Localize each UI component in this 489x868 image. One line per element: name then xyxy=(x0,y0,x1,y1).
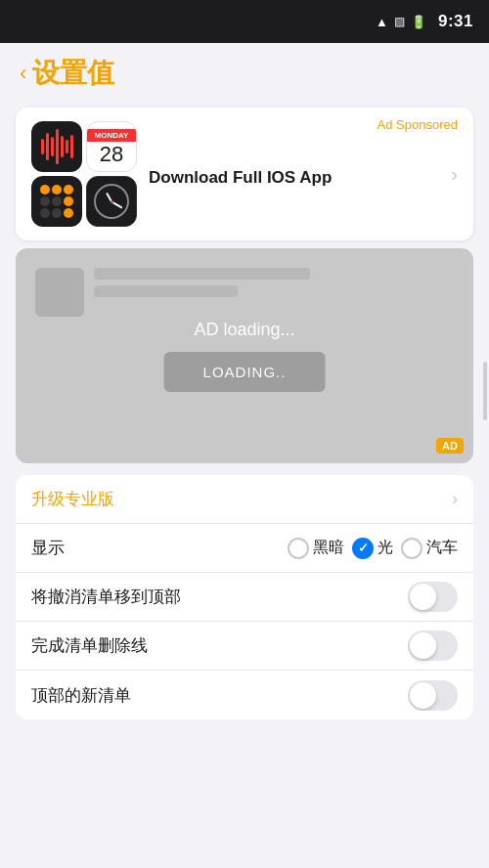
display-row[interactable]: 显示 黑暗 光 汽车 xyxy=(16,524,473,573)
calc-btn xyxy=(40,185,50,195)
app-icon-clock xyxy=(86,176,137,227)
status-bar: ▲ ▨ 🔋 9:31 xyxy=(0,0,489,43)
signal-icon: ▨ xyxy=(394,15,405,28)
upgrade-label: 升级专业版 xyxy=(31,488,452,510)
toggle-knob xyxy=(410,584,436,610)
calc-btn xyxy=(52,208,62,218)
ad-card[interactable]: Ad Sponsored Monday 28 xyxy=(16,108,473,240)
row-new-list-top[interactable]: 顶部的新清单 xyxy=(16,671,473,719)
wbar xyxy=(46,133,49,160)
calc-btn xyxy=(52,185,62,195)
app-icon-calculator xyxy=(31,176,82,227)
upgrade-row[interactable]: 升级专业版 › xyxy=(16,475,473,524)
scroll-indicator xyxy=(483,362,487,420)
waveform-bars xyxy=(41,131,73,162)
row-new-list-top-label: 顶部的新清单 xyxy=(31,684,408,707)
toggle-new-list-top[interactable] xyxy=(408,680,458,711)
calc-btn xyxy=(40,208,50,218)
radio-label-light: 光 xyxy=(378,538,393,558)
display-radio-group: 黑暗 光 汽车 xyxy=(288,538,458,559)
clock-center-dot xyxy=(111,200,113,203)
wifi-icon: ▲ xyxy=(376,15,388,29)
upgrade-chevron-icon: › xyxy=(452,489,458,509)
ad-loading-area: AD loading... LOADING.. AD xyxy=(16,248,473,463)
calc-btn xyxy=(52,196,62,206)
settings-section: 升级专业版 › 显示 黑暗 光 汽车 将撤消清单移到顶部 xyxy=(16,475,473,719)
status-icons: ▲ ▨ 🔋 xyxy=(376,15,426,29)
clock-face xyxy=(94,184,129,219)
back-arrow[interactable]: ‹ xyxy=(20,61,26,86)
row-move-to-top[interactable]: 将撤消清单移到顶部 xyxy=(16,573,473,622)
radio-label-dark: 黑暗 xyxy=(313,538,344,558)
app-icon-calendar: Monday 28 xyxy=(86,121,137,172)
row-strikethrough[interactable]: 完成清单删除线 xyxy=(16,622,473,671)
ad-bar1 xyxy=(94,268,310,280)
ad-text-area: Download Full IOS App xyxy=(149,168,435,188)
radio-label-auto: 汽车 xyxy=(426,538,458,558)
toggle-move-to-top[interactable] xyxy=(408,582,458,612)
radio-option-dark[interactable]: 黑暗 xyxy=(288,538,344,559)
calc-btn xyxy=(40,196,50,206)
cal-header: Monday xyxy=(87,129,136,142)
row-move-to-top-label: 将撤消清单移到顶部 xyxy=(31,586,408,608)
calc-btn xyxy=(64,208,73,218)
battery-icon: 🔋 xyxy=(411,15,426,29)
radio-circle-auto[interactable] xyxy=(401,538,422,559)
wbar xyxy=(51,137,54,156)
download-text: Download Full IOS App xyxy=(149,168,332,187)
calc-grid xyxy=(36,181,77,222)
toggle-strikethrough[interactable] xyxy=(408,630,458,661)
calc-btn xyxy=(64,196,73,206)
wbar xyxy=(56,129,59,164)
toggle-knob-3 xyxy=(410,682,436,709)
status-time: 9:31 xyxy=(438,12,473,31)
wbar xyxy=(41,139,44,154)
ad-loading-inner: AD loading... LOADING.. xyxy=(164,320,326,392)
cal-number: 28 xyxy=(100,144,123,165)
ad-bar2 xyxy=(94,285,238,297)
radio-circle-light[interactable] xyxy=(352,538,374,559)
wbar xyxy=(61,136,64,157)
app-icons-grid: Monday 28 xyxy=(31,121,137,227)
radio-option-auto[interactable]: 汽车 xyxy=(401,538,458,559)
radio-option-light[interactable]: 光 xyxy=(352,538,393,559)
wbar xyxy=(70,135,73,158)
radio-circle-dark[interactable] xyxy=(288,538,309,559)
display-label: 显示 xyxy=(31,537,288,559)
calc-btn xyxy=(64,185,73,195)
header: ‹ 设置值 xyxy=(0,43,489,100)
ad-chevron-icon: › xyxy=(451,163,458,186)
page-title: 设置值 xyxy=(32,55,114,92)
loading-button[interactable]: LOADING.. xyxy=(164,352,326,392)
ad-loading-text: AD loading... xyxy=(164,320,326,340)
row-strikethrough-label: 完成清单删除线 xyxy=(31,634,408,657)
wbar xyxy=(66,140,68,153)
ad-badge: AD xyxy=(436,438,464,454)
app-icon-waveform xyxy=(31,121,82,172)
toggle-knob-2 xyxy=(410,632,436,659)
ad-placeholder-block xyxy=(35,268,84,317)
ad-sponsored-label: Ad Sponsored xyxy=(378,117,458,132)
